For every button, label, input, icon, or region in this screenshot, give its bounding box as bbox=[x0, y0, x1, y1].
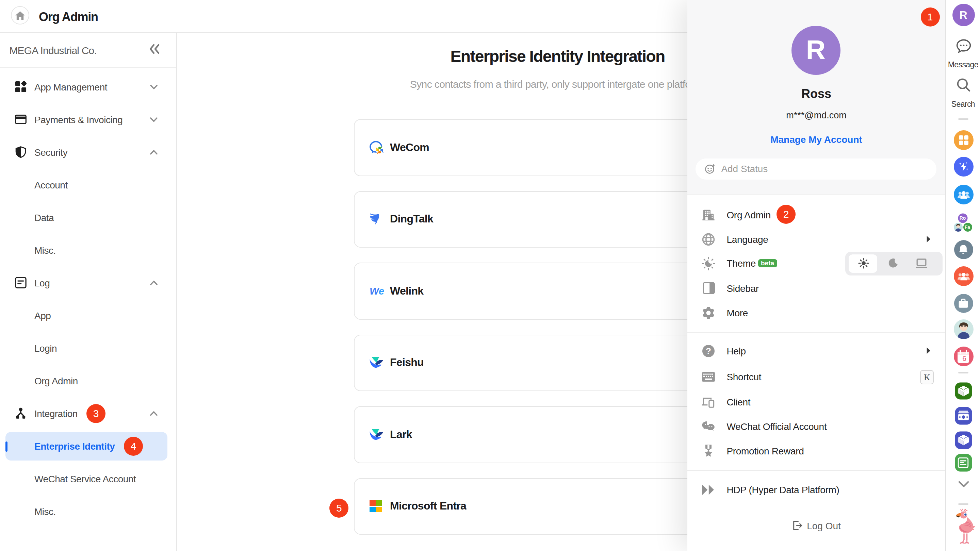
svg-text:6: 6 bbox=[962, 354, 966, 362]
svg-text:?: ? bbox=[706, 346, 711, 356]
